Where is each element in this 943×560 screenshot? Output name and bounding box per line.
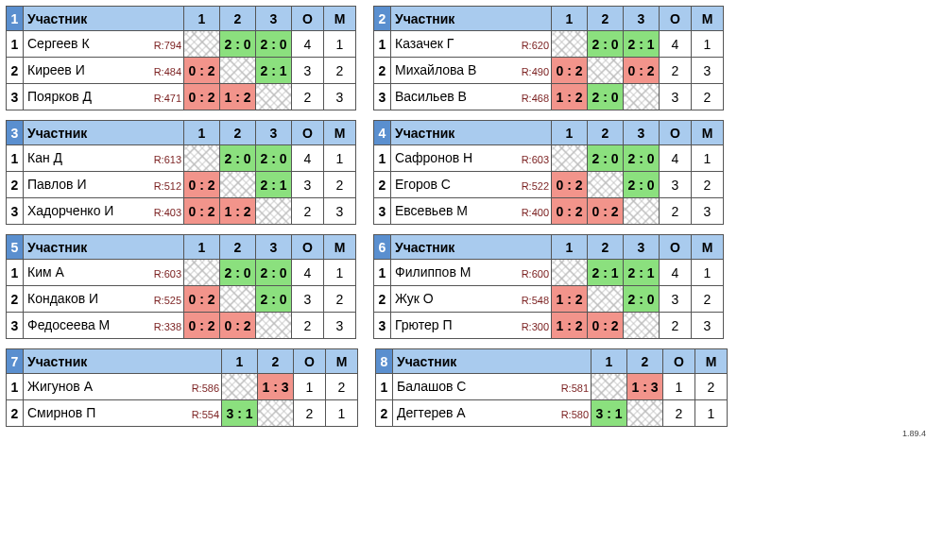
player-cell: Ким АR:603 [24,260,184,286]
player-rating: R:586 [192,376,219,400]
row-number: 2 [374,172,391,198]
group-number: 3 [7,121,24,145]
place-cell: 1 [324,31,356,58]
score-win-cell: 2 : 0 [220,145,256,172]
place-cell: 2 [326,374,358,400]
group-table: 1Участник123ОМ1Сергеев КR:7942 : 02 : 04… [6,6,356,110]
group-table: 6Участник123ОМ1Филиппов МR:6002 : 12 : 1… [373,234,724,339]
table-row: 1Балашов СR:5811 : 312 [376,374,728,400]
score-lose-cell: 0 : 2 [184,172,220,198]
self-cell [220,172,256,198]
score-win-cell: 2 : 0 [220,260,256,286]
points-header: О [292,7,324,31]
score-lose-cell: 0 : 2 [552,58,588,84]
player-rating: R:471 [154,86,181,110]
points-header: О [660,121,692,145]
player-cell: Жук ОR:548 [391,286,552,313]
row-number: 2 [7,58,24,84]
self-cell [624,198,660,225]
self-cell [258,400,294,427]
self-cell [184,145,220,172]
player-rating: R:338 [154,314,181,339]
place-cell: 3 [324,198,356,225]
place-header: М [692,121,724,145]
place-cell: 3 [324,84,356,110]
player-cell: Дегтерев АR:580 [393,400,592,427]
score-win-cell: 2 : 0 [220,31,256,58]
points-header: О [292,121,324,145]
points-cell: 2 [292,198,324,225]
place-cell: 1 [326,400,358,427]
round-header: 2 [588,121,624,145]
round-header: 3 [624,121,660,145]
player-rating: R:548 [522,288,549,313]
round-header: 1 [184,235,220,260]
points-cell: 4 [660,31,692,58]
row-number: 1 [7,260,24,286]
row-number: 1 [7,374,24,400]
place-cell: 2 [692,84,724,110]
score-lose-cell: 0 : 2 [552,198,588,225]
round-header: 1 [592,349,627,374]
round-header: 1 [552,7,588,31]
player-name: Смирнов П [27,400,95,425]
player-name: Сергеев К [27,31,90,56]
player-name: Филиппов М [395,260,471,284]
player-cell: Киреев ИR:484 [24,58,184,84]
table-row: 1Жигунов АR:5861 : 312 [7,374,358,400]
player-name: Поярков Д [27,84,92,109]
player-cell: Грютер ПR:300 [391,313,552,339]
place-cell: 1 [692,260,724,286]
player-cell: Михайлова ВR:490 [391,58,552,84]
player-rating: R:600 [522,262,549,286]
score-win-cell: 2 : 0 [624,172,660,198]
self-cell [184,260,220,286]
points-cell: 4 [292,145,324,172]
row-number: 1 [374,31,391,58]
score-lose-cell: 1 : 2 [552,286,588,313]
place-header: М [326,349,358,374]
player-cell: Казачек ГR:620 [391,31,552,58]
participant-header: Участник [391,7,552,31]
table-row: 1Сергеев КR:7942 : 02 : 041 [7,31,356,58]
player-rating: R:525 [154,288,181,313]
player-cell: Павлов ИR:512 [24,172,184,198]
player-name: Жигунов А [27,374,93,399]
place-cell: 2 [324,172,356,198]
points-header: О [294,349,326,374]
group-number: 2 [374,7,391,31]
score-lose-cell: 0 : 2 [624,58,660,84]
player-name: Евсевьев М [395,198,468,223]
player-name: Жук О [395,286,434,311]
score-win-cell: 2 : 0 [588,31,624,58]
round-header: 1 [552,121,588,145]
score-lose-cell: 0 : 2 [588,313,624,339]
place-header: М [692,7,724,31]
group-number: 7 [7,349,24,374]
score-lose-cell: 1 : 3 [258,374,294,400]
table-row: 3Васильев ВR:4681 : 22 : 032 [374,84,724,110]
round-header: 2 [220,121,256,145]
self-cell [552,31,588,58]
score-win-cell: 2 : 1 [256,58,292,84]
row-number: 2 [7,172,24,198]
group-table: 7Участник12ОМ1Жигунов АR:5861 : 3122Смир… [6,348,358,427]
points-cell: 3 [292,286,324,313]
player-name: Хадорченко И [27,198,113,223]
group-table: 3Участник123ОМ1Кан ДR:6132 : 02 : 0412Па… [6,120,356,225]
self-cell [552,260,588,286]
player-rating: R:484 [154,59,181,84]
score-win-cell: 2 : 1 [256,172,292,198]
round-header: 2 [220,7,256,31]
table-row: 3Евсевьев МR:4000 : 20 : 223 [374,198,724,225]
table-row: 1Кан ДR:6132 : 02 : 041 [7,145,356,172]
player-cell: Евсевьев МR:400 [391,198,552,225]
self-cell [552,145,588,172]
place-cell: 1 [324,145,356,172]
table-row: 2Дегтерев АR:5803 : 121 [376,400,728,427]
place-cell: 2 [324,58,356,84]
table-row: 2Егоров СR:5220 : 22 : 032 [374,172,724,198]
player-rating: R:468 [522,86,549,110]
self-cell [256,313,292,339]
table-row: 1Казачек ГR:6202 : 02 : 141 [374,31,724,58]
